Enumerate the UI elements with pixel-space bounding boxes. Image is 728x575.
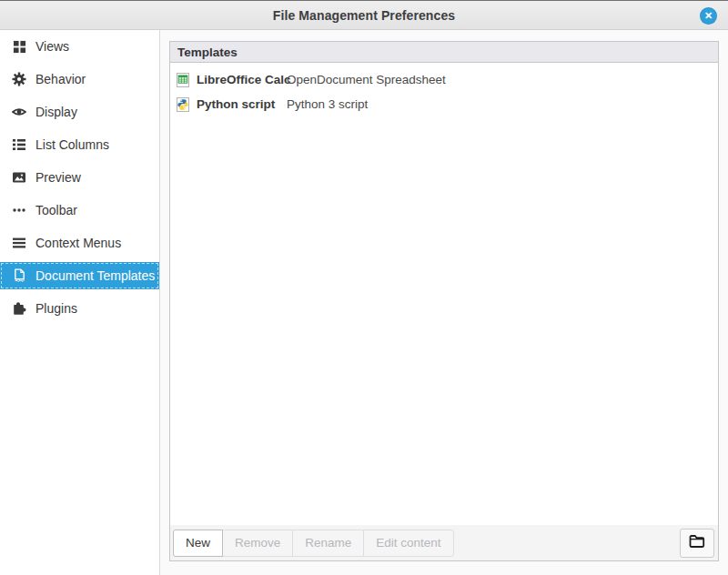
template-row-python-script[interactable]: Python script Python 3 script (170, 92, 718, 116)
sidebar-item-label: Plugins (35, 301, 77, 316)
templates-list: LibreOffice Calc OpenDocument Spreadshee… (170, 63, 718, 525)
sidebar-item-toolbar[interactable]: Toolbar (0, 197, 159, 224)
grid-icon (12, 39, 26, 54)
edit-content-button: Edit content (363, 530, 453, 557)
sidebar-item-display[interactable]: Display (0, 98, 159, 126)
templates-header: Templates (170, 42, 718, 63)
puzzle-icon (12, 301, 26, 316)
sidebar-item-behavior[interactable]: Behavior (0, 66, 159, 93)
rename-button: Rename (292, 530, 364, 557)
titlebar: File Management Preferences ✕ (0, 1, 728, 30)
template-description: Python 3 script (287, 97, 368, 111)
sidebar-item-label: Display (35, 105, 77, 119)
sidebar-item-views[interactable]: Views (0, 33, 159, 60)
gear-icon (12, 72, 26, 86)
python-file-icon (176, 97, 190, 112)
calc-file-icon (176, 73, 190, 87)
sidebar-item-list-columns[interactable]: List Columns (0, 131, 159, 158)
open-templates-folder-button[interactable] (680, 529, 714, 558)
templates-frame: Templates LibreOffice Calc Ope (169, 41, 719, 561)
template-row-libreoffice-calc[interactable]: LibreOffice Calc OpenDocument Spreadshee… (170, 67, 718, 92)
templates-action-toolbar: New Remove Rename Edit content (170, 525, 718, 560)
sidebar-item-label: Views (35, 39, 69, 54)
new-button[interactable]: New (173, 530, 223, 557)
folder-icon (688, 533, 706, 552)
sidebar-item-label: Preview (35, 170, 81, 185)
template-name: LibreOffice Calc (197, 73, 287, 86)
sidebar-item-plugins[interactable]: Plugins (0, 295, 159, 322)
window-title: File Management Preferences (273, 8, 455, 23)
sidebar-item-label: Context Menus (35, 236, 121, 250)
sidebar-item-context-menus[interactable]: Context Menus (0, 229, 159, 257)
menu-lines-icon (12, 236, 26, 250)
sidebar-item-label: Document Templates (35, 268, 155, 283)
template-description: OpenDocument Spreadsheet (287, 73, 446, 86)
file-management-preferences-dialog: File Management Preferences ✕ Views (0, 0, 728, 575)
sidebar-item-label: Behavior (35, 72, 86, 86)
remove-button: Remove (222, 530, 293, 557)
preferences-sidebar: Views (0, 30, 160, 575)
close-icon: ✕ (704, 11, 713, 21)
list-columns-icon (12, 137, 26, 152)
sidebar-item-preview[interactable]: Preview (0, 164, 159, 191)
image-icon (12, 170, 26, 185)
document-icon (12, 268, 26, 283)
document-templates-page: Templates LibreOffice Calc Ope (160, 30, 728, 575)
sidebar-item-label: Toolbar (35, 203, 77, 217)
eye-icon (12, 105, 26, 119)
dots-icon (12, 203, 26, 217)
sidebar-item-document-templates[interactable]: Document Templates (0, 262, 159, 289)
template-name: Python script (197, 97, 287, 111)
sidebar-item-label: List Columns (35, 137, 109, 152)
close-button[interactable]: ✕ (700, 7, 717, 25)
